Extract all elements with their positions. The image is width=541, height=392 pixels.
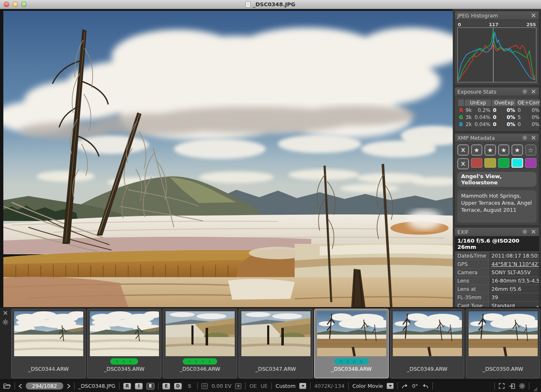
label-color-green[interactable] [498,158,510,168]
histogram-axis: 0 117 255 [457,22,536,27]
rating-stars: ☆ ☆ ☆ ☆ [339,359,364,364]
star-5-button[interactable]: ☆ [525,144,537,156]
col-oveexp: OveExp [492,99,516,106]
divider [74,382,74,390]
close-icon[interactable] [531,135,536,141]
creative-style-label[interactable]: Color Movie [352,383,383,389]
exposure-row-g: G 3k0.04% 00% 50% [458,114,540,120]
thumbnail-row: _DSC0344.ARW ☆ ☆ ☆ _DSC0345.ARW ☆ ☆ ☆ ☆ … [10,308,541,380]
creative-style-dropdown[interactable] [387,383,394,389]
thumbnail[interactable]: _DSC0350.ARW [466,309,540,378]
divider [158,382,159,390]
thumbnail-image [241,311,310,356]
thumbnail-name: _DSC0346.ARW [180,366,220,372]
rotate-ccw-icon[interactable] [422,383,429,389]
window-title: _DSC0348.JPG [253,1,295,7]
exposure-row-b: B 2k0.04% 00% 00% [458,122,540,127]
open-folder-icon[interactable] [3,383,11,389]
gear-icon[interactable] [522,135,528,141]
star-2-button[interactable]: ★ [484,144,496,156]
thumbnail[interactable]: _DSC0349.ARW [390,309,464,378]
close-filmstrip-icon[interactable] [3,311,7,315]
rating-stars: ☆ ☆ ☆ ☆ [188,359,212,364]
photo-viewport[interactable] [0,9,453,307]
clear-rating-button[interactable]: X [457,144,469,156]
ue-toggle[interactable]: UE [261,383,268,389]
close-icon[interactable] [531,229,536,235]
panel-header-exposure-stats: Exposure Stats [455,87,539,96]
divider [271,382,272,390]
minimize-window-button[interactable] [12,2,18,7]
details-button[interactable]: D [174,383,182,390]
thumbnail[interactable]: ☆ ☆ ☆ _DSC0345.ARW [87,309,161,378]
settings-gear-icon[interactable] [519,383,525,389]
panel-header-exif: EXIF [455,228,539,236]
gps-link[interactable]: 44°58′1″N 110°42′20″W [489,260,539,268]
close-window-button[interactable] [4,2,9,7]
divider [310,382,310,390]
star-3-button[interactable]: ★ [498,144,510,156]
rotation-angle: 0° [412,383,418,389]
thumbnail-image [90,311,159,356]
label-color-purple[interactable] [525,158,537,168]
thumbnail[interactable]: _DSC0344.ARW [11,309,86,378]
panel-title: XMP Metadata [457,135,495,141]
ev-minus-button[interactable]: − [201,383,208,389]
next-file-icon[interactable] [67,384,70,389]
thumbnail[interactable]: ☆ ☆ ☆ ☆ _DSC0348.ARW [314,309,389,378]
internal-jpeg-button[interactable]: I [135,383,143,390]
star-4-button[interactable]: ★ [511,144,523,156]
sidebar: JPEG Histogram 0 117 255 [453,9,541,307]
filmstrip: _DSC0344.ARW ☆ ☆ ☆ _DSC0345.ARW ☆ ☆ ☆ ☆ … [0,307,541,380]
traffic-lights [4,2,27,7]
external-jpeg-button[interactable]: E [146,383,154,390]
clear-label-button[interactable]: X [457,158,469,169]
thumbnail[interactable]: _DSC0347.ARW [238,309,313,378]
rotate-cw-icon[interactable] [402,383,408,389]
filmstrip-gear-icon[interactable] [2,319,8,325]
raw-button[interactable]: R [123,383,131,390]
zoom-window-button[interactable] [21,2,27,7]
panel-header-xmp-metadata: XMP Metadata [455,134,539,142]
label-color-cyan[interactable] [511,158,523,168]
col-oecorr: OE+Corr [517,99,541,106]
tick-117: 117 [489,22,499,27]
shadows-button[interactable]: S [186,383,194,390]
title-bar: _DSC0348.JPG [0,0,541,9]
gear-icon[interactable] [522,89,528,94]
thumbnail-name: _DSC0345.ARW [104,366,144,372]
oe-toggle[interactable]: OE [249,383,257,389]
current-filename: _DSC0348.JPG [78,383,115,389]
histogram-plot [457,27,536,82]
xmp-description-field[interactable]: Mammoth Hot Springs, Upper Terraces Area… [457,190,536,223]
wb-preset-label[interactable]: Custom [275,383,295,389]
tick-0: 0 [458,22,461,27]
export-icon[interactable] [509,383,515,389]
label-color-yellow[interactable] [484,158,496,168]
divider [432,382,433,390]
label-color-red[interactable] [471,158,483,168]
rating-stars: ☆ ☆ ☆ [115,359,133,364]
divider [494,382,495,390]
divider [119,382,119,390]
status-bar: 294/1082 _DSC0348.JPG R I E E D S − 0.00… [0,380,541,392]
photo-canvas [3,11,453,307]
panel-xmp-metadata: XMP Metadata X ★ ★ ★ ★ ☆ [454,133,539,226]
panel-title: Exposure Stats [457,89,496,95]
ev-plus-button[interactable]: + [235,383,241,389]
fullscreen-icon[interactable] [499,383,505,389]
gear-icon[interactable] [522,229,528,235]
ev-value: 0.00 EV [211,383,231,389]
close-icon[interactable] [531,89,536,94]
thumbnail[interactable]: ☆ ☆ ☆ ☆ _DSC0346.ARW [163,309,237,378]
divider [529,382,529,390]
resize-grip[interactable] [533,387,538,392]
prev-file-icon[interactable] [19,384,22,389]
divider [245,382,246,390]
exposure-button[interactable]: E [162,383,170,390]
star-1-button[interactable]: ★ [471,144,483,156]
wb-preset-dropdown[interactable] [299,383,306,389]
xmp-title-field[interactable]: Angel's View, Yellowstone [457,172,536,187]
rating-pill: ☆ ☆ ☆ ☆ [183,358,217,365]
close-icon[interactable] [531,12,536,18]
